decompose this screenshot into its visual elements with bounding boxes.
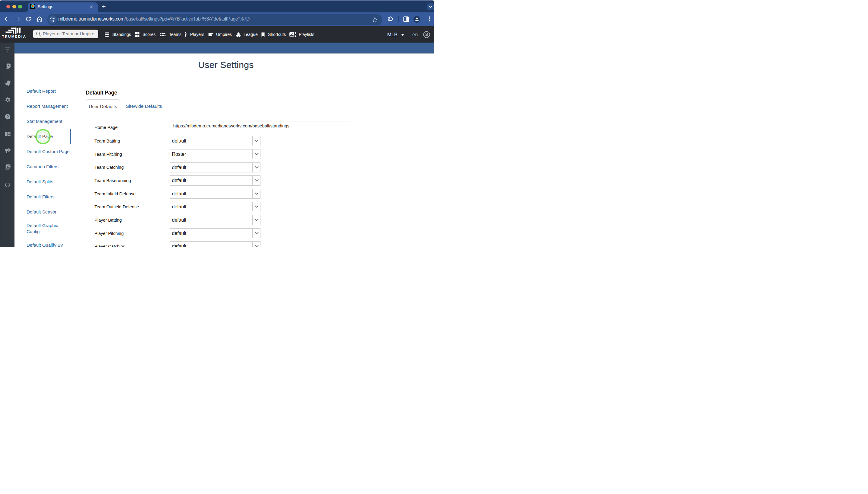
svg-text:?: ? xyxy=(6,115,9,119)
